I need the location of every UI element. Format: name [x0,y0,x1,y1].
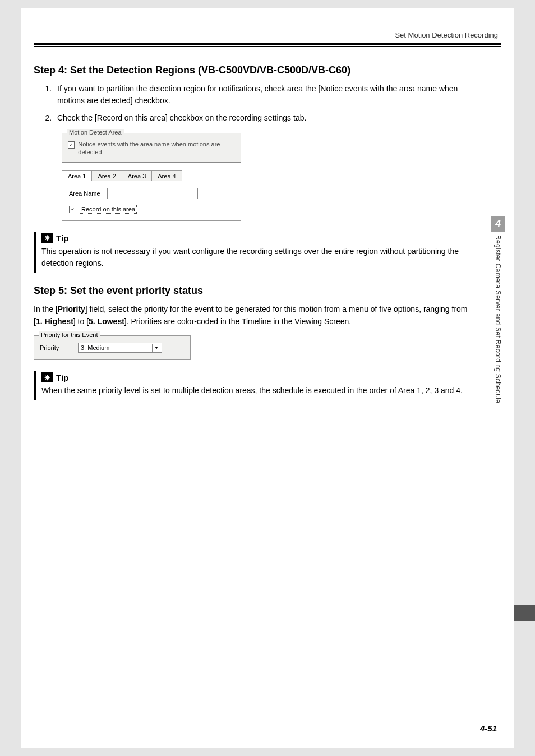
priority-groupbox: Priority for this Event Priority 3. Medi… [34,335,191,360]
tab-area-4[interactable]: Area 4 [151,170,182,181]
t: ] to [ [73,317,89,326]
tip-2-body: When the same priority level is set to m… [41,385,474,397]
chevron-down-icon: ▼ [152,344,160,352]
priority-legend: Priority for this Event [39,331,100,338]
step4-item-2: Check the [Record on this area] checkbox… [54,112,474,124]
chapter-side-tab: 4 Register Camera Server and Set Recordi… [490,216,506,403]
tab-area-2[interactable]: Area 2 [91,170,122,181]
tab-area-1[interactable]: Area 1 [62,170,92,181]
record-checkbox-label: Record on this area [80,205,137,214]
motion-detect-figure: Motion Detect Area ✓ Notice events with … [62,133,474,221]
header-section-title: Set Motion Detection Recording [395,31,498,39]
area-name-input[interactable] [107,188,198,199]
t: 1. Highest [36,317,73,326]
priority-select[interactable]: 3. Medium ▼ [78,343,162,353]
t: Priority [58,305,85,314]
lightbulb-icon: ✷ [41,372,53,382]
priority-label: Priority [40,344,71,351]
motion-detect-legend: Motion Detect Area [67,129,124,136]
page-number: 4-51 [480,723,497,733]
main-content: Step 4: Set the Detection Regions (VB-C5… [34,59,474,412]
motion-detect-groupbox: Motion Detect Area ✓ Notice events with … [62,133,241,163]
tab-area-3[interactable]: Area 3 [122,170,152,181]
tip-1-head: ✷ Tip [41,233,474,243]
record-checkbox-row: ✓ Record on this area [69,205,234,214]
area-tabs: Area 1 Area 2 Area 3 Area 4 [62,170,241,181]
tip-1: ✷ Tip This operation is not necessary if… [34,232,474,273]
tip-2-head: ✷ Tip [41,372,474,382]
step4-item-1: If you want to partition the detection r… [54,83,474,107]
lightbulb-icon: ✷ [41,233,53,243]
area-name-label: Area Name [69,190,100,197]
notice-checkbox-label: Notice events with the area name when mo… [78,140,235,156]
step5-heading: Step 5: Set the event priority status [34,285,474,297]
priority-row: Priority 3. Medium ▼ [40,343,185,353]
t: 5. Lowest [89,317,124,326]
tip-2: ✷ Tip When the same priority level is se… [34,371,474,400]
notice-checkbox-row: ✓ Notice events with the area name when … [68,140,235,156]
tip-1-body: This operation is not necessary if you w… [41,246,474,269]
tip-1-label: Tip [56,233,68,243]
notice-checkbox[interactable]: ✓ [68,141,75,149]
step4-list: If you want to partition the detection r… [54,83,474,124]
area-name-row: Area Name [69,188,234,199]
header-rule [34,43,501,47]
t: ]. Priorities are color-coded in the Tim… [124,317,351,326]
priority-select-value: 3. Medium [81,344,109,351]
record-checkbox[interactable]: ✓ [69,206,76,213]
tip-2-label: Tip [56,373,68,382]
chapter-title: Register Camera Server and Set Recording… [494,235,502,403]
document-sheet: Set Motion Detection Recording Step 4: S… [21,8,514,748]
area-tab-body: Area Name ✓ Record on this area [62,181,241,221]
chapter-number: 4 [491,216,505,232]
step5-paragraph: In the [Priority] field, select the prio… [34,303,474,328]
page: Set Motion Detection Recording Step 4: S… [0,0,535,756]
step4-heading: Step 4: Set the Detection Regions (VB-C5… [34,64,474,76]
t: In the [ [34,305,58,314]
thumb-index-strip [514,605,535,621]
